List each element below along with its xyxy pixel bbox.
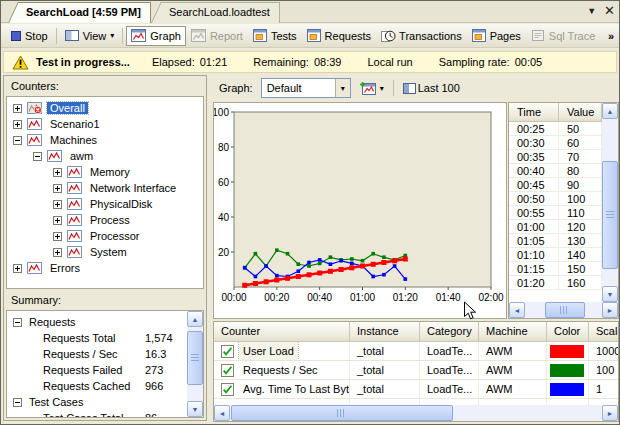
scroll-up-icon[interactable]: ▲ xyxy=(187,311,203,327)
samples-row[interactable]: 00:55110 xyxy=(509,206,602,220)
legend-row-requests-sec[interactable]: Requests / Sec_totalLoadTe...AWM100 xyxy=(214,361,619,380)
tree-item-physicaldisk[interactable]: PhysicalDisk xyxy=(7,196,203,212)
samples-row[interactable]: 01:05130 xyxy=(509,234,602,248)
legend-column-color[interactable]: Color xyxy=(547,322,589,342)
tab-searchload-running[interactable]: SearchLoad [4:59 PM] xyxy=(8,2,151,23)
samples-row[interactable]: 01:15150 xyxy=(509,262,602,276)
toolbar-button-label: View xyxy=(83,30,107,42)
samples-row[interactable]: 00:4590 xyxy=(509,178,602,192)
samples-vscrollbar-thumb[interactable] xyxy=(602,161,618,269)
counter-checkbox[interactable] xyxy=(221,345,234,358)
toolbar-overflow-icon[interactable]: » xyxy=(608,30,614,42)
scroll-right-icon[interactable]: ► xyxy=(602,405,618,421)
add-graph-button[interactable]: ▾ xyxy=(356,78,387,98)
toolbar-tests-button[interactable]: Tests xyxy=(248,26,302,46)
summary-scrollbar: ▲ ▼ xyxy=(187,311,203,417)
series-marker-user-load xyxy=(307,272,312,277)
tree-item-system[interactable]: System xyxy=(7,244,203,260)
scroll-down-icon[interactable]: ▼ xyxy=(602,286,618,302)
samples-row[interactable]: 01:20160 xyxy=(509,276,602,290)
legend-column-counter[interactable]: Counter xyxy=(214,322,350,342)
document-tab-strip: SearchLoad [4:59 PM] SearchLoad.loadtest… xyxy=(1,1,619,23)
summary-scrollbar-thumb[interactable] xyxy=(187,331,203,385)
graph-select[interactable]: Default ▾ xyxy=(261,78,351,98)
scroll-up-icon[interactable]: ▲ xyxy=(602,103,618,119)
samples-hscrollbar-thumb[interactable] xyxy=(545,302,585,318)
toolbar-transactions-button[interactable]: Transactions xyxy=(376,26,467,46)
summary-test-cases: Test Cases xyxy=(7,394,187,410)
legend-hscrollbar-thumb[interactable] xyxy=(231,405,453,421)
counter-instance: _total xyxy=(350,361,420,379)
collapse-icon[interactable] xyxy=(13,136,22,145)
samples-column-value[interactable]: Value xyxy=(559,103,602,122)
expand-icon[interactable] xyxy=(53,200,62,209)
samples-row[interactable]: 00:50100 xyxy=(509,192,602,206)
tab-searchload-loadtest[interactable]: SearchLoad.loadtest xyxy=(151,2,280,23)
chevron-down-icon[interactable]: ▾ xyxy=(335,79,350,97)
series-marker-user-load xyxy=(285,276,290,281)
tree-item-machines[interactable]: Machines xyxy=(7,132,203,148)
samples-row[interactable]: 00:3570 xyxy=(509,150,602,164)
sample-value: 150 xyxy=(559,262,602,275)
last-100-button[interactable]: Last 100 xyxy=(400,78,463,98)
collapse-icon[interactable] xyxy=(33,152,42,161)
toolbar-requests-button[interactable]: Requests xyxy=(302,26,376,46)
samples-row[interactable]: 00:4080 xyxy=(509,164,602,178)
samples-row[interactable]: 01:10140 xyxy=(509,248,602,262)
expand-icon[interactable] xyxy=(53,216,62,225)
counter-color-cell xyxy=(547,342,589,360)
tree-item-awm[interactable]: awm xyxy=(7,148,203,164)
expand-icon[interactable] xyxy=(13,264,22,273)
expand-icon[interactable] xyxy=(13,120,22,129)
counter-checkbox[interactable] xyxy=(221,364,234,377)
legend-column-instance[interactable]: Instance xyxy=(350,322,420,342)
scroll-right-icon[interactable]: ► xyxy=(602,302,618,318)
window-list-dropdown-icon[interactable]: ▼ xyxy=(587,3,596,19)
expand-icon[interactable] xyxy=(53,232,62,241)
legend-column-machine[interactable]: Machine xyxy=(479,322,547,342)
series-marker-requests-sec xyxy=(329,255,333,259)
load-test-chart: 2040608010000:0000:2000:4001:0001:2001:4… xyxy=(214,103,506,318)
counter-category: LoadTe... xyxy=(420,342,479,360)
legend-column-category[interactable]: Category xyxy=(420,322,479,342)
expand-icon[interactable] xyxy=(13,104,22,113)
tree-item-memory[interactable]: Memory xyxy=(7,164,203,180)
samples-row[interactable]: 00:3060 xyxy=(509,136,602,150)
series-marker-requests-sec xyxy=(307,264,311,268)
sample-value: 80 xyxy=(559,164,602,177)
counter-checkbox[interactable] xyxy=(221,383,234,396)
legend-column-scale[interactable]: Scale xyxy=(589,322,619,342)
sql-trace-icon xyxy=(531,29,546,42)
tab-label: SearchLoad.loadtest xyxy=(151,2,280,23)
scroll-left-icon[interactable]: ◄ xyxy=(509,302,525,318)
toolbar-pages-button[interactable]: Pages xyxy=(467,26,526,46)
scroll-left-icon[interactable]: ◄ xyxy=(214,405,230,421)
legend-row-avg-time-to-last-byte[interactable]: Avg. Time To Last Byte_totalLoadTe...AWM… xyxy=(214,380,619,399)
sample-value: 50 xyxy=(559,122,602,135)
close-icon[interactable]: ✕ xyxy=(604,3,615,19)
tree-item-scenario1[interactable]: Scenario1 xyxy=(7,116,203,132)
graph-label: Graph: xyxy=(219,82,253,94)
tree-item-processor[interactable]: Processor xyxy=(7,228,203,244)
expand-icon[interactable] xyxy=(53,184,62,193)
scroll-down-icon[interactable]: ▼ xyxy=(187,401,203,417)
series-marker-avg-time-to-last-byte xyxy=(393,264,397,268)
toolbar-sql-trace-button: Sql Trace xyxy=(526,26,600,46)
tree-item-errors[interactable]: Errors xyxy=(7,260,203,276)
expand-icon[interactable] xyxy=(53,168,62,177)
toolbar-stop-button[interactable]: Stop xyxy=(5,26,53,46)
status-bar: Test in progress... Elapsed:01:21 Remain… xyxy=(3,51,617,73)
toolbar-view-button[interactable]: View▾ xyxy=(60,26,120,46)
samples-column-time[interactable]: Time xyxy=(509,103,559,122)
tree-item-overall[interactable]: Overall xyxy=(7,100,203,116)
tree-item-network-interface[interactable]: Network Interface xyxy=(7,180,203,196)
series-marker-avg-time-to-last-byte xyxy=(297,269,301,273)
collapse-icon[interactable] xyxy=(13,398,22,407)
tree-item-process[interactable]: Process xyxy=(7,212,203,228)
samples-row[interactable]: 00:2550 xyxy=(509,122,602,136)
toolbar-graph-button[interactable]: Graph xyxy=(126,26,186,46)
samples-row[interactable]: 01:00120 xyxy=(509,220,602,234)
expand-icon[interactable] xyxy=(53,248,62,257)
collapse-icon[interactable] xyxy=(13,318,22,327)
legend-row-user-load[interactable]: User Load_totalLoadTe...AWM1000 xyxy=(214,342,619,361)
